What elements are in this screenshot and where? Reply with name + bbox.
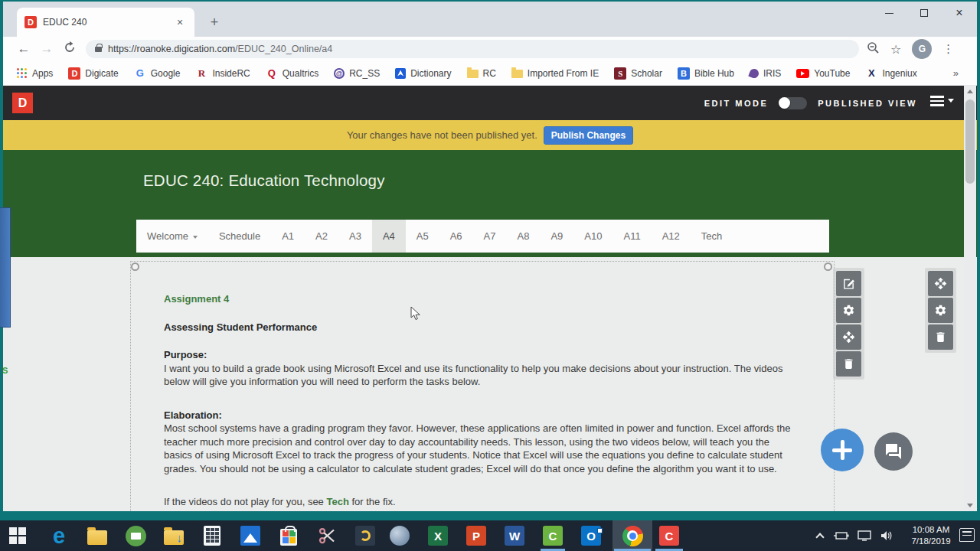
edge-icon: e	[53, 526, 65, 546]
nav-tab-a9[interactable]: A9	[540, 220, 573, 253]
taskbar-store[interactable]	[273, 520, 304, 551]
globe-icon	[390, 526, 410, 546]
nav-tab-a1[interactable]: A1	[271, 220, 305, 253]
bookmark-qualtrics[interactable]: Q Qualtrics	[260, 65, 325, 81]
tech-link[interactable]: Tech	[326, 496, 348, 507]
bookmark-insiderc[interactable]: R InsideRC	[189, 65, 256, 82]
new-tab-button[interactable]: +	[204, 12, 225, 32]
delete-module-button[interactable]	[836, 351, 861, 377]
maximize-button[interactable]	[906, 2, 942, 24]
start-button[interactable]	[2, 520, 33, 551]
taskbar-excel[interactable]: X	[423, 520, 453, 551]
nav-tab-a5[interactable]: A5	[406, 220, 439, 253]
scroll-down-arrow[interactable]	[964, 500, 976, 511]
nav-tab-a3[interactable]: A3	[338, 220, 372, 253]
module-handle-right[interactable]	[824, 262, 832, 271]
tray-battery[interactable]	[831, 520, 851, 551]
profile-avatar[interactable]: G	[912, 39, 932, 59]
address-bar[interactable]: https://roanoke.digication.com/EDUC_240_…	[86, 40, 859, 58]
tray-volume[interactable]	[877, 520, 897, 551]
tray-network[interactable]	[854, 520, 874, 551]
forward-button[interactable]: →	[35, 41, 58, 57]
comments-button[interactable]	[874, 432, 913, 471]
minimize-button[interactable]	[871, 2, 906, 24]
edit-module-button[interactable]	[836, 271, 861, 296]
bookmark-scholar[interactable]: S Scholar	[608, 65, 668, 82]
close-button[interactable]: ×	[942, 2, 977, 24]
taskbar-camtasia-recorder[interactable]: C	[654, 520, 684, 551]
insiderc-icon: R	[195, 67, 207, 80]
taskbar-powerpoint[interactable]: P	[461, 520, 492, 551]
tab-close-icon[interactable]: ×	[173, 15, 187, 29]
side-panel-handle[interactable]	[0, 207, 11, 328]
bookmarks-overflow-icon[interactable]: »	[953, 67, 969, 79]
nav-tab-a12[interactable]: A12	[652, 220, 691, 253]
mode-switcher: EDIT MODE PUBLISHED VIEW	[704, 86, 917, 120]
delete-section-button[interactable]	[928, 324, 953, 350]
browser-menu-icon[interactable]: ⋮	[942, 42, 954, 56]
zoom-out-icon[interactable]	[867, 41, 880, 57]
purpose-label: Purpose:	[164, 349, 207, 360]
bookmark-digicate[interactable]: D Digicate	[62, 65, 124, 82]
taskbar-skype[interactable]	[384, 520, 415, 551]
move-module-button[interactable]	[836, 324, 861, 350]
bookmark-star-icon[interactable]: ☆	[890, 42, 901, 57]
taskbar-chrome-active[interactable]	[612, 520, 652, 551]
nav-tab-a8[interactable]: A8	[507, 220, 541, 253]
scroll-up-arrow[interactable]	[964, 86, 976, 97]
taskbar-word[interactable]: W	[499, 520, 530, 551]
bookmark-apps[interactable]: Apps	[11, 66, 59, 81]
reload-button[interactable]	[58, 41, 81, 57]
nav-tab-a10[interactable]: A10	[573, 220, 612, 253]
site-menu-button[interactable]	[930, 96, 954, 106]
bookmark-rc[interactable]: RC	[461, 66, 502, 81]
taskbar-snagit[interactable]	[350, 520, 381, 551]
taskbar-snipping-tool[interactable]	[312, 520, 342, 551]
nav-tab-welcome[interactable]: Welcome	[136, 220, 208, 253]
bookmark-iris[interactable]: IRIS	[743, 66, 787, 81]
digication-logo[interactable]: D	[12, 93, 33, 113]
module-settings-button[interactable]	[836, 298, 861, 323]
bookmark-youtube[interactable]: YouTube	[790, 66, 856, 81]
assignment-text-module[interactable]: Assignment 4 Assessing Student Performan…	[164, 292, 798, 509]
taskbar-clock[interactable]: 10:08 AM 7/18/2019	[902, 524, 960, 547]
taskbar-screen-share[interactable]	[120, 520, 151, 551]
nav-tab-a6[interactable]: A6	[439, 220, 473, 253]
bookmark-ingeniux[interactable]: X Ingeniux	[859, 65, 923, 81]
taskbar-downloads[interactable]: ↓	[158, 520, 189, 551]
bookmark-imported-from-ie[interactable]: Imported From IE	[505, 66, 605, 81]
bookmark-rcss[interactable]: @ RC_SS	[328, 66, 386, 81]
page-scrollbar[interactable]	[964, 86, 976, 511]
module-handle-left[interactable]	[131, 262, 139, 271]
browser-tab[interactable]: D EDUC 240 ×	[17, 8, 194, 37]
excel-icon: X	[428, 526, 448, 546]
taskbar-camtasia[interactable]: C	[537, 520, 568, 551]
nav-tab-a2[interactable]: A2	[305, 220, 338, 253]
publish-changes-button[interactable]: Publish Changes	[544, 126, 633, 145]
bookmark-google[interactable]: G Google	[128, 65, 187, 81]
taskbar-file-explorer[interactable]	[82, 520, 113, 551]
scrollbar-thumb[interactable]	[965, 99, 975, 184]
section-settings-button[interactable]	[928, 298, 953, 323]
digication-favicon: D	[24, 16, 37, 28]
add-module-button[interactable]	[821, 429, 864, 471]
mode-toggle[interactable]	[779, 97, 807, 109]
youtube-icon	[796, 69, 809, 78]
nav-tab-tech[interactable]: Tech	[691, 220, 733, 253]
nav-tab-a11[interactable]: A11	[612, 220, 651, 253]
move-section-button[interactable]	[928, 271, 953, 296]
action-center-button[interactable]	[959, 528, 975, 542]
nav-tab-schedule[interactable]: Schedule	[208, 220, 271, 253]
section-toolbar	[925, 268, 956, 353]
taskbar-calculator[interactable]	[197, 520, 227, 551]
bookmark-bible-hub[interactable]: B Bible Hub	[671, 65, 740, 82]
taskbar-edge[interactable]: e	[44, 520, 74, 551]
tray-show-hidden-icons[interactable]	[810, 520, 830, 551]
bookmark-dictionary[interactable]: Dictionary	[389, 66, 457, 81]
taskbar-photos[interactable]	[235, 520, 266, 551]
nav-tab-a4-active[interactable]: A4	[372, 220, 406, 253]
back-button[interactable]: ←	[12, 41, 35, 57]
nav-tab-a7[interactable]: A7	[473, 220, 507, 253]
taskbar-outlook[interactable]: O	[576, 520, 606, 551]
digication-icon: D	[68, 67, 80, 80]
